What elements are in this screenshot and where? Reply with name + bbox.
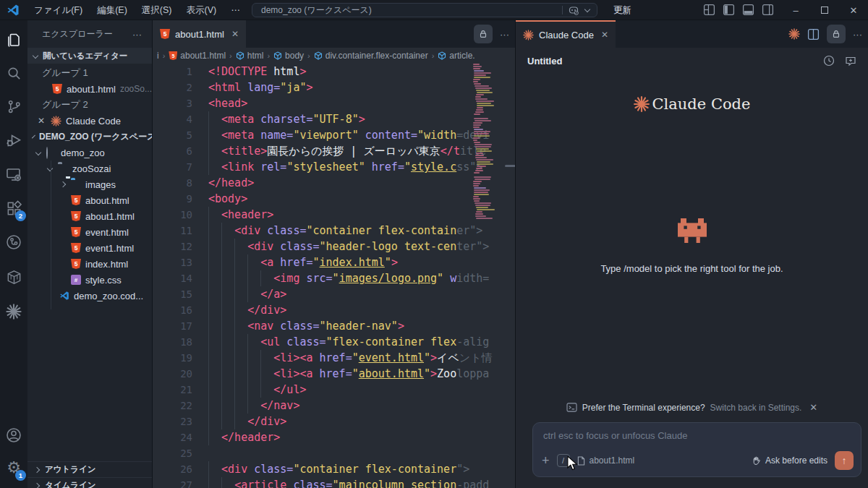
html-file-icon: 5 bbox=[71, 243, 81, 253]
minimap-slider[interactable] bbox=[505, 165, 516, 167]
extensions-icon[interactable]: 2 bbox=[0, 194, 27, 222]
tree-item-about-html[interactable]: 5about.html bbox=[27, 192, 152, 208]
tree-item-images[interactable]: images bbox=[27, 176, 152, 192]
open-editor-claude[interactable]: ✕ Claude Code bbox=[27, 113, 152, 129]
session-title: Untitled bbox=[527, 56, 823, 67]
explorer-more-icon[interactable]: ··· bbox=[132, 29, 142, 40]
code-lines[interactable]: 1<!DOCTYPE html>2<html lang="ja">3<head>… bbox=[153, 64, 515, 488]
update-button[interactable]: 更新 bbox=[608, 0, 637, 20]
breadcrumb-article[interactable]: article. bbox=[438, 51, 475, 61]
code-line: 10 <header> bbox=[153, 207, 515, 223]
open-editor-about1[interactable]: 5 about1.html zooSo... bbox=[27, 81, 152, 97]
minimap[interactable] bbox=[473, 64, 499, 220]
outline-section[interactable]: アウトライン bbox=[27, 461, 152, 477]
switch-back-link[interactable]: Switch back in Settings. bbox=[710, 403, 802, 413]
explorer-icon[interactable] bbox=[0, 26, 27, 53]
tab-close-icon[interactable]: ✕ bbox=[601, 30, 608, 40]
code-line: 7 <link rel="stylesheet" href="style.css… bbox=[153, 159, 515, 175]
code-line: 9<body> bbox=[153, 191, 515, 207]
html-file-icon: 5 bbox=[160, 29, 170, 39]
html-file-icon: 5 bbox=[71, 259, 81, 269]
tree-item-index-html[interactable]: 5index.html bbox=[27, 256, 152, 272]
workspace-root-icon bbox=[46, 147, 48, 159]
accounts-icon[interactable] bbox=[0, 421, 27, 449]
new-chat-icon[interactable] bbox=[845, 55, 856, 67]
model-hint-text: Type /model to pick the right tool for t… bbox=[516, 263, 868, 274]
menu-more[interactable]: ⋯ bbox=[224, 0, 247, 20]
tree-item-about1-html[interactable]: 5about1.html bbox=[27, 208, 152, 224]
window-controls: – ✕ bbox=[781, 0, 868, 20]
menu-view[interactable]: 表示(V) bbox=[179, 0, 224, 20]
minimize-button[interactable]: – bbox=[781, 0, 810, 20]
editor-tab-bar: 5 about1.html ✕ ··· bbox=[153, 20, 515, 48]
breadcrumb-html[interactable]: html bbox=[236, 51, 264, 61]
editor-lock-icon[interactable] bbox=[474, 25, 493, 43]
editor-group: 5 about1.html ✕ ··· i › 5about1.html › h… bbox=[152, 20, 515, 488]
panel-more-icon[interactable]: ··· bbox=[853, 29, 862, 40]
tree-item-zoosozai[interactable]: zooSozai bbox=[27, 160, 152, 176]
timeline-section[interactable]: タイムライン bbox=[27, 477, 152, 488]
copilot-icon[interactable] bbox=[568, 4, 579, 16]
toggle-secondary-sidebar-icon[interactable] bbox=[762, 4, 774, 16]
notice-close-icon[interactable]: ✕ bbox=[809, 402, 817, 413]
code-line: 24 </header> bbox=[153, 429, 515, 445]
tree-item-style-css[interactable]: #style.css bbox=[27, 272, 152, 288]
breadcrumb-file[interactable]: 5about1.html bbox=[169, 51, 226, 61]
settings-gear-icon[interactable]: ⚙ 1 bbox=[0, 454, 27, 481]
claude-icon[interactable] bbox=[788, 28, 800, 40]
claude-activity-icon[interactable] bbox=[0, 298, 27, 325]
tree-item-workspace-file[interactable]: demo_zoo.cod... bbox=[27, 288, 152, 304]
title-bar: ファイル(F) 編集(E) 選択(S) 表示(V) ⋯ ← → demo_zoo… bbox=[0, 0, 868, 20]
run-debug-icon[interactable] bbox=[0, 127, 27, 154]
tree-item-demo-zoo[interactable]: demo_zoo bbox=[27, 145, 152, 160]
context-file-chip[interactable]: about1.html bbox=[577, 455, 635, 466]
workspace-search-value: demo_zoo (ワークスペース) bbox=[252, 4, 562, 17]
symbol-element-icon bbox=[236, 51, 244, 60]
tab-close-icon[interactable]: ✕ bbox=[231, 29, 239, 39]
menu-selection[interactable]: 選択(S) bbox=[135, 0, 179, 20]
source-control-icon[interactable] bbox=[0, 93, 27, 120]
breadcrumb-div[interactable]: div.container.flex-container bbox=[314, 51, 428, 61]
send-button[interactable]: ↑ bbox=[835, 451, 854, 470]
customize-layout-icon[interactable] bbox=[703, 4, 715, 16]
workspace-section-header[interactable]: DEMO_ZOO (ワークスペース) bbox=[27, 129, 152, 145]
search-icon[interactable] bbox=[0, 59, 27, 87]
editor-more-icon[interactable]: ··· bbox=[500, 29, 509, 40]
toggle-panel-icon[interactable] bbox=[742, 4, 754, 16]
remote-explorer-icon[interactable] bbox=[0, 160, 27, 188]
menu-edit[interactable]: 編集(E) bbox=[90, 0, 135, 20]
symbol-element-icon bbox=[314, 51, 323, 60]
close-icon[interactable]: ✕ bbox=[38, 116, 45, 126]
claude-starburst-icon bbox=[634, 96, 650, 112]
mouse-cursor bbox=[566, 456, 579, 471]
html-file-icon: 5 bbox=[52, 84, 62, 94]
chevron-down-icon[interactable] bbox=[584, 7, 590, 12]
explorer-header: エクスプローラー ··· bbox=[27, 25, 152, 43]
history-clock-icon[interactable] bbox=[823, 55, 835, 67]
claude-prompt-input[interactable] bbox=[543, 430, 847, 441]
claude-mascot bbox=[516, 218, 868, 244]
tab-claude-code[interactable]: Claude Code ✕ bbox=[516, 20, 616, 48]
tree-item-event1-html[interactable]: 5event1.html bbox=[27, 240, 152, 256]
menu-file[interactable]: ファイル(F) bbox=[27, 0, 90, 20]
code-line: 23 </div> bbox=[153, 414, 515, 429]
claude-input-box[interactable]: + / about1.html Ask before edits ↑ bbox=[532, 422, 861, 477]
code-line: 13 <a href="index.html"> bbox=[153, 254, 515, 270]
attach-plus-icon[interactable]: + bbox=[542, 453, 550, 468]
tab-about1-html[interactable]: 5 about1.html ✕ bbox=[153, 20, 246, 48]
permission-mode-selector[interactable]: Ask before edits bbox=[752, 455, 827, 466]
html-file-icon: 5 bbox=[71, 227, 81, 237]
code-line: 20 <li><a href="about.html">Zooloppa bbox=[153, 366, 515, 382]
close-button[interactable]: ✕ bbox=[839, 0, 868, 20]
tree-item-event-html[interactable]: 5event.html bbox=[27, 224, 152, 240]
terminal-notice: Prefer the Terminal experience? Switch b… bbox=[516, 402, 868, 413]
command-center-search[interactable]: demo_zoo (ワークスペース) bbox=[252, 3, 597, 17]
split-editor-icon[interactable] bbox=[807, 28, 820, 40]
container-tools-icon[interactable] bbox=[0, 263, 27, 291]
open-editors-header[interactable]: 開いているエディター bbox=[27, 48, 152, 64]
maximize-button[interactable] bbox=[810, 0, 839, 20]
gitlens-icon[interactable] bbox=[0, 228, 27, 256]
panel-lock-icon[interactable] bbox=[827, 25, 846, 43]
breadcrumb-body[interactable]: body bbox=[273, 51, 304, 61]
toggle-sidebar-icon[interactable] bbox=[723, 4, 735, 16]
